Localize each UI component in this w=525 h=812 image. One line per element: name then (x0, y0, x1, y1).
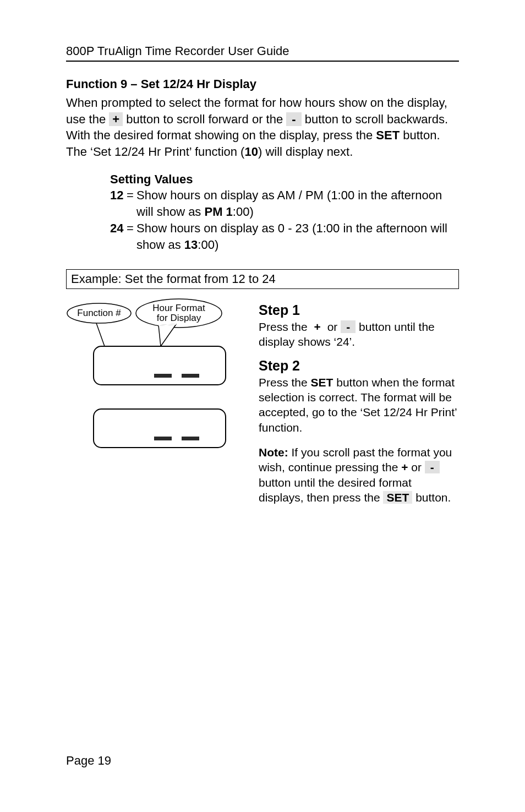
note-d: button. (412, 491, 451, 504)
intro-text-5: ) will display next. (258, 145, 353, 159)
callout-hourformat2: for Display (157, 313, 201, 323)
diagram-step1: Function # Hour Format for Display (66, 297, 253, 390)
equals-sign: = (127, 187, 136, 220)
step2-set: SET (311, 376, 333, 389)
minus-key: - (286, 112, 301, 126)
section-title: Function 9 – Set 12/24 Hr Display (66, 77, 459, 91)
diagram-column: Function # Hour Format for Display (66, 297, 242, 505)
page-number: Page 19 (66, 754, 111, 768)
doc-header: 800P TruAlign Time Recorder User Guide (66, 44, 459, 62)
setting-heading: Setting Values (110, 171, 459, 188)
setting-val-24c: :00) (198, 238, 218, 252)
setting-val-24b: 13 (184, 238, 198, 252)
step1-plus: + (311, 320, 324, 333)
svg-rect-8 (94, 409, 226, 448)
step2-title: Step 2 (259, 357, 459, 375)
step1-text: Press the + or - button until the displa… (259, 319, 459, 350)
svg-rect-9 (154, 437, 172, 440)
step1-a: Press the (259, 320, 311, 333)
callout-hourformat1: Hour Format (152, 303, 205, 313)
note-minus: - (425, 461, 440, 473)
setting-val-12: Show hours on display as AM / PM (1:00 i… (136, 187, 459, 220)
setting-val-12a: Show hours on display as AM / PM (1:00 i… (136, 188, 442, 219)
diagram-and-steps: Function # Hour Format for Display (66, 297, 459, 505)
diagram-step2 (66, 398, 253, 464)
example-box: Example: Set the format from 12 to 24 (66, 269, 459, 289)
plus-key: + (109, 112, 123, 126)
setting-key-24: 24 (110, 220, 127, 253)
setting-row-12: 12 = Show hours on display as AM / PM (1… (110, 187, 459, 220)
setting-val-24: Show hours on display as 0 - 23 (1:00 in… (136, 220, 459, 253)
step1-minus: - (341, 320, 356, 333)
setting-values-block: Setting Values 12 = Show hours on displa… (110, 171, 459, 253)
step2-a: Press the (259, 376, 311, 389)
step2-text: Press the SET button when the format sel… (259, 375, 459, 435)
svg-rect-6 (154, 374, 172, 378)
note-set: SET (383, 491, 412, 504)
setting-row-24: 24 = Show hours on display as 0 - 23 (1:… (110, 220, 459, 253)
callout-function: Function # (77, 308, 121, 318)
svg-line-2 (96, 323, 105, 346)
note-plus: + (401, 461, 408, 473)
note-text: Note: If you scroll past the format you … (259, 445, 459, 505)
svg-marker-4 (158, 324, 176, 346)
step1-b: or (324, 320, 341, 333)
note-label: Note: (259, 446, 288, 459)
equals-sign: = (127, 220, 136, 253)
function-ten: 10 (244, 145, 258, 159)
svg-rect-7 (182, 374, 199, 378)
svg-rect-3 (94, 346, 226, 385)
svg-rect-10 (182, 437, 199, 440)
setting-key-12: 12 (110, 187, 127, 220)
set-key: SET (376, 128, 400, 142)
page-content: 800P TruAlign Time Recorder User Guide F… (0, 0, 525, 505)
intro-text-2: button to scroll forward or the (123, 112, 286, 126)
note-b: or (408, 461, 424, 473)
setting-val-24a: Show hours on display as 0 - 23 (1:00 in… (136, 221, 447, 252)
intro-paragraph: When prompted to select the format for h… (66, 95, 459, 160)
step1-title: Step 1 (259, 301, 459, 319)
setting-val-12c: :00) (233, 205, 254, 219)
setting-val-12b: PM 1 (204, 205, 232, 219)
steps-column: Step 1 Press the + or - button until the… (259, 297, 459, 505)
